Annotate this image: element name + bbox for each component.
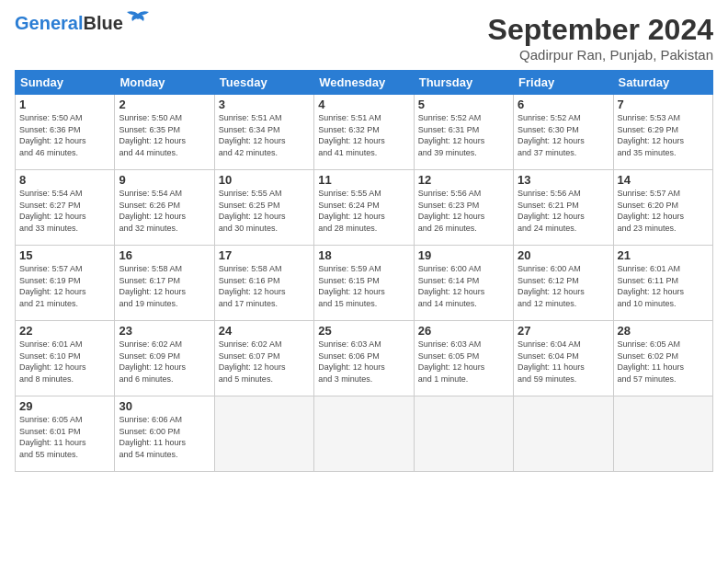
day-number: 10 xyxy=(219,173,310,187)
day-info: Sunrise: 5:53 AM Sunset: 6:29 PM Dayligh… xyxy=(618,112,709,158)
table-row: 5Sunrise: 5:52 AM Sunset: 6:31 PM Daylig… xyxy=(414,95,513,170)
day-info: Sunrise: 5:50 AM Sunset: 6:35 PM Dayligh… xyxy=(119,112,210,158)
table-row xyxy=(314,396,414,472)
table-row: 12Sunrise: 5:56 AM Sunset: 6:23 PM Dayli… xyxy=(414,170,513,246)
day-number: 23 xyxy=(119,324,210,338)
day-number: 8 xyxy=(19,173,110,187)
table-row xyxy=(613,396,712,472)
calendar-week-row: 8Sunrise: 5:54 AM Sunset: 6:27 PM Daylig… xyxy=(16,170,713,246)
day-info: Sunrise: 5:51 AM Sunset: 6:34 PM Dayligh… xyxy=(219,112,310,158)
table-row: 20Sunrise: 6:00 AM Sunset: 6:12 PM Dayli… xyxy=(514,246,613,321)
calendar-week-row: 1Sunrise: 5:50 AM Sunset: 6:36 PM Daylig… xyxy=(16,95,713,170)
day-number: 18 xyxy=(318,248,409,262)
day-info: Sunrise: 6:01 AM Sunset: 6:11 PM Dayligh… xyxy=(618,263,709,309)
table-row: 22Sunrise: 6:01 AM Sunset: 6:10 PM Dayli… xyxy=(16,321,115,396)
table-row: 6Sunrise: 5:52 AM Sunset: 6:30 PM Daylig… xyxy=(514,95,613,170)
day-info: Sunrise: 5:55 AM Sunset: 6:25 PM Dayligh… xyxy=(219,188,310,234)
day-info: Sunrise: 6:05 AM Sunset: 6:01 PM Dayligh… xyxy=(19,414,110,460)
header-thursday: Thursday xyxy=(414,71,513,95)
table-row: 10Sunrise: 5:55 AM Sunset: 6:25 PM Dayli… xyxy=(214,170,313,246)
day-info: Sunrise: 5:59 AM Sunset: 6:15 PM Dayligh… xyxy=(318,263,409,309)
day-info: Sunrise: 6:05 AM Sunset: 6:02 PM Dayligh… xyxy=(618,339,709,385)
table-row: 19Sunrise: 6:00 AM Sunset: 6:14 PM Dayli… xyxy=(414,246,513,321)
day-number: 29 xyxy=(19,399,110,413)
table-row: 11Sunrise: 5:55 AM Sunset: 6:24 PM Dayli… xyxy=(314,170,414,246)
table-row: 9Sunrise: 5:54 AM Sunset: 6:26 PM Daylig… xyxy=(115,170,214,246)
header-sunday: Sunday xyxy=(16,71,115,95)
day-info: Sunrise: 6:03 AM Sunset: 6:06 PM Dayligh… xyxy=(318,339,409,385)
day-info: Sunrise: 5:55 AM Sunset: 6:24 PM Dayligh… xyxy=(318,188,409,234)
day-number: 5 xyxy=(418,98,509,111)
day-info: Sunrise: 6:01 AM Sunset: 6:10 PM Dayligh… xyxy=(19,339,110,385)
day-info: Sunrise: 6:06 AM Sunset: 6:00 PM Dayligh… xyxy=(119,414,210,460)
day-info: Sunrise: 5:56 AM Sunset: 6:21 PM Dayligh… xyxy=(518,188,609,234)
main-title: September 2024 xyxy=(488,13,713,47)
day-info: Sunrise: 5:52 AM Sunset: 6:30 PM Dayligh… xyxy=(518,112,609,158)
day-number: 20 xyxy=(518,248,609,262)
day-number: 4 xyxy=(318,98,409,111)
logo-text: GeneralBlue xyxy=(15,13,123,34)
table-row: 18Sunrise: 5:59 AM Sunset: 6:15 PM Dayli… xyxy=(314,246,414,321)
day-info: Sunrise: 5:50 AM Sunset: 6:36 PM Dayligh… xyxy=(19,112,110,158)
day-info: Sunrise: 6:00 AM Sunset: 6:12 PM Dayligh… xyxy=(518,263,609,309)
table-row: 3Sunrise: 5:51 AM Sunset: 6:34 PM Daylig… xyxy=(214,95,313,170)
table-row: 26Sunrise: 6:03 AM Sunset: 6:05 PM Dayli… xyxy=(414,321,513,396)
day-number: 9 xyxy=(119,173,210,187)
day-info: Sunrise: 6:02 AM Sunset: 6:07 PM Dayligh… xyxy=(219,339,310,385)
table-row: 2Sunrise: 5:50 AM Sunset: 6:35 PM Daylig… xyxy=(115,95,214,170)
table-row: 28Sunrise: 6:05 AM Sunset: 6:02 PM Dayli… xyxy=(613,321,712,396)
table-row: 15Sunrise: 5:57 AM Sunset: 6:19 PM Dayli… xyxy=(16,246,115,321)
table-row: 4Sunrise: 5:51 AM Sunset: 6:32 PM Daylig… xyxy=(314,95,414,170)
day-number: 6 xyxy=(518,98,609,111)
day-info: Sunrise: 5:52 AM Sunset: 6:31 PM Dayligh… xyxy=(418,112,509,158)
calendar-week-row: 22Sunrise: 6:01 AM Sunset: 6:10 PM Dayli… xyxy=(16,321,713,396)
day-number: 16 xyxy=(119,248,210,262)
table-row xyxy=(214,396,313,472)
title-block: September 2024 Qadirpur Ran, Punjab, Pak… xyxy=(488,13,713,63)
calendar-week-row: 15Sunrise: 5:57 AM Sunset: 6:19 PM Dayli… xyxy=(16,246,713,321)
day-number: 3 xyxy=(219,98,310,111)
day-number: 12 xyxy=(418,173,509,187)
table-row xyxy=(514,396,613,472)
table-row xyxy=(414,396,513,472)
day-info: Sunrise: 5:57 AM Sunset: 6:19 PM Dayligh… xyxy=(19,263,110,309)
table-row: 13Sunrise: 5:56 AM Sunset: 6:21 PM Dayli… xyxy=(514,170,613,246)
table-row: 1Sunrise: 5:50 AM Sunset: 6:36 PM Daylig… xyxy=(16,95,115,170)
table-row: 29Sunrise: 6:05 AM Sunset: 6:01 PM Dayli… xyxy=(16,396,115,472)
table-row: 25Sunrise: 6:03 AM Sunset: 6:06 PM Dayli… xyxy=(314,321,414,396)
day-number: 19 xyxy=(418,248,509,262)
day-info: Sunrise: 5:58 AM Sunset: 6:17 PM Dayligh… xyxy=(119,263,210,309)
table-row: 16Sunrise: 5:58 AM Sunset: 6:17 PM Dayli… xyxy=(115,246,214,321)
day-info: Sunrise: 5:54 AM Sunset: 6:26 PM Dayligh… xyxy=(119,188,210,234)
day-info: Sunrise: 6:03 AM Sunset: 6:05 PM Dayligh… xyxy=(418,339,509,385)
day-number: 26 xyxy=(418,324,509,338)
table-row: 24Sunrise: 6:02 AM Sunset: 6:07 PM Dayli… xyxy=(214,321,313,396)
day-info: Sunrise: 5:57 AM Sunset: 6:20 PM Dayligh… xyxy=(618,188,709,234)
table-row: 7Sunrise: 5:53 AM Sunset: 6:29 PM Daylig… xyxy=(613,95,712,170)
header-saturday: Saturday xyxy=(613,71,712,95)
table-row: 14Sunrise: 5:57 AM Sunset: 6:20 PM Dayli… xyxy=(613,170,712,246)
day-number: 17 xyxy=(219,248,310,262)
day-number: 15 xyxy=(19,248,110,262)
day-info: Sunrise: 6:02 AM Sunset: 6:09 PM Dayligh… xyxy=(119,339,210,385)
page: GeneralBlue September 2024 Qadirpur Ran,… xyxy=(0,0,728,563)
day-info: Sunrise: 6:04 AM Sunset: 6:04 PM Dayligh… xyxy=(518,339,609,385)
day-number: 21 xyxy=(618,248,709,262)
day-info: Sunrise: 5:58 AM Sunset: 6:16 PM Dayligh… xyxy=(219,263,310,309)
calendar-header-row: Sunday Monday Tuesday Wednesday Thursday… xyxy=(16,71,713,95)
table-row: 21Sunrise: 6:01 AM Sunset: 6:11 PM Dayli… xyxy=(613,246,712,321)
logo-bird-icon xyxy=(125,10,151,30)
day-number: 22 xyxy=(19,324,110,338)
table-row: 8Sunrise: 5:54 AM Sunset: 6:27 PM Daylig… xyxy=(16,170,115,246)
day-number: 24 xyxy=(219,324,310,338)
day-number: 7 xyxy=(618,98,709,111)
header-monday: Monday xyxy=(115,71,214,95)
day-info: Sunrise: 6:00 AM Sunset: 6:14 PM Dayligh… xyxy=(418,263,509,309)
table-row: 23Sunrise: 6:02 AM Sunset: 6:09 PM Dayli… xyxy=(115,321,214,396)
day-info: Sunrise: 5:54 AM Sunset: 6:27 PM Dayligh… xyxy=(19,188,110,234)
table-row: 30Sunrise: 6:06 AM Sunset: 6:00 PM Dayli… xyxy=(115,396,214,472)
day-number: 27 xyxy=(518,324,609,338)
header-wednesday: Wednesday xyxy=(314,71,414,95)
header-friday: Friday xyxy=(514,71,613,95)
table-row: 17Sunrise: 5:58 AM Sunset: 6:16 PM Dayli… xyxy=(214,246,313,321)
